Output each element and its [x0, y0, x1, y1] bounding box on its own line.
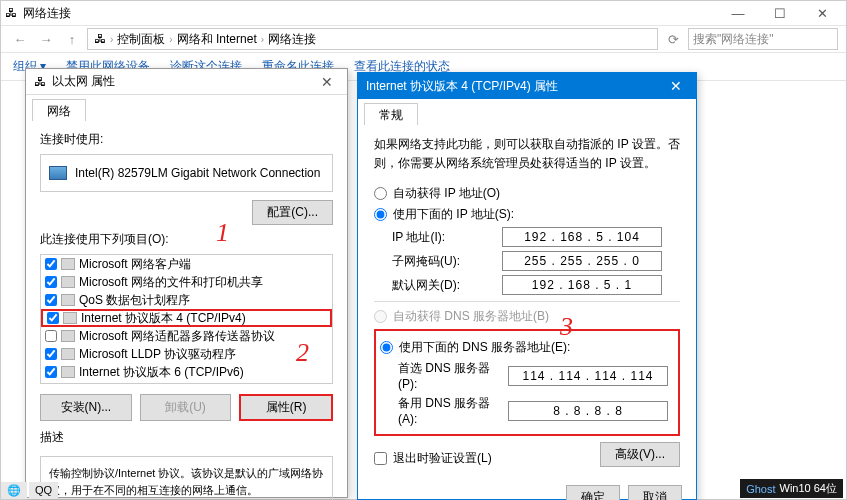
breadcrumb-item[interactable]: 控制面板 [117, 31, 165, 48]
system-tray: Ghost Win10 64位 [740, 479, 843, 498]
chevron-right-icon: › [169, 34, 172, 45]
list-item[interactable]: Microsoft 网络的文件和打印机共享 [41, 273, 332, 291]
install-button[interactable]: 安装(N)... [40, 394, 132, 421]
radio [374, 310, 387, 323]
close-button[interactable]: ✕ [802, 2, 842, 24]
checkbox[interactable] [45, 366, 57, 378]
item-label: Microsoft 网络客户端 [79, 256, 191, 273]
radio-label: 使用下面的 DNS 服务器地址(E): [399, 339, 570, 356]
dns2-label: 备用 DNS 服务器(A): [398, 395, 508, 426]
ip-input[interactable]: 192 . 168 . 5 . 104 [502, 227, 662, 247]
search-placeholder: 搜索"网络连接" [693, 31, 774, 48]
mask-label: 子网掩码(U): [392, 253, 502, 270]
dialog-title: 以太网 属性 [52, 73, 115, 90]
radio-use-dns[interactable]: 使用下面的 DNS 服务器地址(E): [380, 339, 674, 356]
tray-os: Win10 64位 [780, 481, 837, 496]
radio[interactable] [374, 187, 387, 200]
close-button[interactable]: ✕ [315, 74, 339, 90]
item-label: 链路层拓扑发现响应程序 [79, 382, 211, 385]
breadcrumb-item[interactable]: 网络连接 [268, 31, 316, 48]
ethernet-properties-dialog: 🖧 以太网 属性 ✕ 网络 连接时使用: Intel(R) 82579LM Gi… [25, 68, 348, 498]
item-label: Microsoft 网络适配器多路传送器协议 [79, 328, 275, 345]
checkbox[interactable] [47, 312, 59, 324]
gateway-input[interactable]: 192 . 168 . 5 . 1 [502, 275, 662, 295]
maximize-button[interactable]: ☐ [760, 2, 800, 24]
list-item[interactable]: QoS 数据包计划程序 [41, 291, 332, 309]
intro-text: 如果网络支持此功能，则可以获取自动指派的 IP 设置。否则，你需要从网络系统管理… [374, 135, 680, 173]
cancel-button[interactable]: 取消 [628, 485, 682, 500]
item-label: Microsoft 网络的文件和打印机共享 [79, 274, 263, 291]
taskbar-item[interactable]: 🌐 [1, 482, 27, 499]
dialog-titlebar: 🖧 以太网 属性 ✕ [26, 69, 347, 95]
checkbox[interactable] [45, 258, 57, 270]
radio[interactable] [380, 341, 393, 354]
dns1-label: 首选 DNS 服务器(P): [398, 360, 508, 391]
minimize-button[interactable]: — [718, 2, 758, 24]
radio-label: 自动获得 IP 地址(O) [393, 185, 500, 202]
ipv4-properties-dialog: Internet 协议版本 4 (TCP/IPv4) 属性 ✕ 常规 如果网络支… [357, 72, 697, 500]
dns1-input[interactable]: 114 . 114 . 114 . 114 [508, 366, 668, 386]
taskbar-item[interactable]: QQ [29, 482, 58, 499]
tab-network[interactable]: 网络 [32, 99, 86, 121]
back-button[interactable]: ← [9, 28, 31, 50]
properties-button[interactable]: 属性(R) [239, 394, 333, 421]
configure-button[interactable]: 配置(C)... [252, 200, 333, 225]
uninstall-button: 卸载(U) [140, 394, 232, 421]
radio[interactable] [374, 208, 387, 221]
radio-use-ip[interactable]: 使用下面的 IP 地址(S): [374, 206, 680, 223]
radio-label: 使用下面的 IP 地址(S): [393, 206, 514, 223]
checkbox[interactable] [45, 294, 57, 306]
list-item[interactable]: 链路层拓扑发现响应程序 [41, 381, 332, 384]
protocol-list[interactable]: Microsoft 网络客户端 Microsoft 网络的文件和打印机共享 Qo… [40, 254, 333, 384]
chevron-right-icon: › [261, 34, 264, 45]
radio-auto-dns: 自动获得 DNS 服务器地址(B) [374, 308, 680, 325]
adapter-box: Intel(R) 82579LM Gigabit Network Connect… [40, 154, 333, 192]
checkbox[interactable] [45, 330, 57, 342]
up-button[interactable]: ↑ [61, 28, 83, 50]
breadcrumb-item[interactable]: 网络和 Internet [177, 31, 257, 48]
protocol-icon [61, 294, 75, 306]
search-input[interactable]: 搜索"网络连接" [688, 28, 838, 50]
description-text: 传输控制协议/Internet 协议。该协议是默认的广域网络协议，用于在不同的相… [40, 456, 333, 500]
tab-general[interactable]: 常规 [364, 103, 418, 125]
tab-bar: 网络 [26, 95, 347, 121]
ip-label: IP 地址(I): [392, 229, 502, 246]
protocol-icon [61, 330, 75, 342]
list-item-ipv4[interactable]: Internet 协议版本 4 (TCP/IPv4) [41, 309, 332, 327]
radio-auto-ip[interactable]: 自动获得 IP 地址(O) [374, 185, 680, 202]
mask-input[interactable]: 255 . 255 . 255 . 0 [502, 251, 662, 271]
advanced-button[interactable]: 高级(V)... [600, 442, 680, 467]
checkbox[interactable] [45, 276, 57, 288]
network-icon: 🖧 [5, 6, 17, 20]
description-label: 描述 [40, 429, 333, 446]
item-label: QoS 数据包计划程序 [79, 292, 190, 309]
items-label: 此连接使用下列项目(O): [40, 231, 333, 248]
forward-button[interactable]: → [35, 28, 57, 50]
address-bar: ← → ↑ 🖧 › 控制面板 › 网络和 Internet › 网络连接 ⟳ 搜… [1, 25, 846, 53]
tab-bar: 常规 [358, 99, 696, 125]
checkbox[interactable] [374, 452, 387, 465]
connect-using-label: 连接时使用: [40, 131, 333, 148]
refresh-button[interactable]: ⟳ [662, 28, 684, 50]
network-icon: 🖧 [94, 32, 106, 46]
validate-checkbox-row[interactable]: 退出时验证设置(L) [374, 450, 492, 467]
protocol-icon [61, 258, 75, 270]
checkbox[interactable] [45, 348, 57, 360]
validate-label: 退出时验证设置(L) [393, 450, 492, 467]
close-button[interactable]: ✕ [664, 78, 688, 94]
chevron-right-icon: › [110, 34, 113, 45]
item-label: Microsoft LLDP 协议驱动程序 [79, 346, 236, 363]
list-item[interactable]: Internet 协议版本 6 (TCP/IPv6) [41, 363, 332, 381]
radio-label: 自动获得 DNS 服务器地址(B) [393, 308, 549, 325]
list-item[interactable]: Microsoft 网络客户端 [41, 255, 332, 273]
adapter-icon [49, 166, 67, 180]
dns2-input[interactable]: 8 . 8 . 8 . 8 [508, 401, 668, 421]
breadcrumb[interactable]: 🖧 › 控制面板 › 网络和 Internet › 网络连接 [87, 28, 658, 50]
list-item[interactable]: Microsoft 网络适配器多路传送器协议 [41, 327, 332, 345]
protocol-icon [61, 276, 75, 288]
list-item[interactable]: Microsoft LLDP 协议驱动程序 [41, 345, 332, 363]
protocol-icon [61, 348, 75, 360]
ok-button[interactable]: 确定 [566, 485, 620, 500]
protocol-icon [63, 312, 77, 324]
item-label: Internet 协议版本 4 (TCP/IPv4) [81, 310, 246, 327]
